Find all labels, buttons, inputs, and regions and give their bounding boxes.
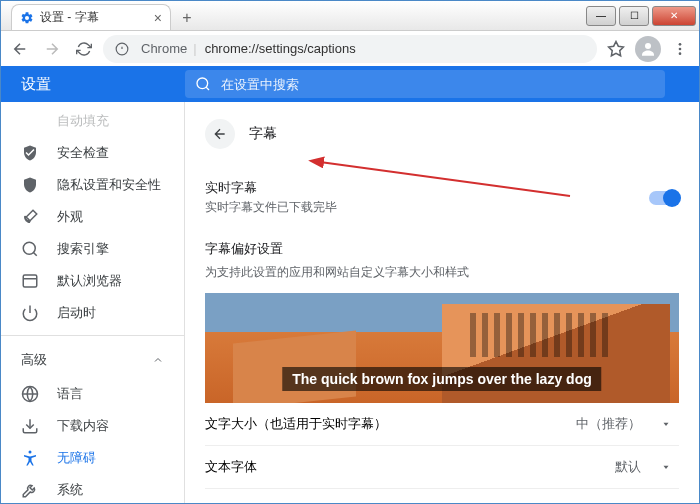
caption-preview: The quick brown fox jumps over the lazy … <box>205 293 679 403</box>
settings-sidebar: 自动填充 安全检查 隐私设置和安全性 外观 搜索引擎 默认浏览器 启动时 高级 … <box>1 67 185 503</box>
svg-point-18 <box>29 451 32 454</box>
live-caption-row: 实时字幕 实时字幕文件已下载完毕 <box>205 169 679 226</box>
sidebar-advanced-toggle[interactable]: 高级 <box>1 342 184 378</box>
setting-label: 文字大小（也适用于实时字幕） <box>205 415 387 433</box>
search-icon <box>195 76 211 92</box>
browser-icon <box>21 272 39 290</box>
new-tab-button[interactable]: + <box>175 6 199 30</box>
select-value: 默认 <box>615 458 641 476</box>
search-icon <box>21 240 39 258</box>
sidebar-item-label: 搜索引擎 <box>57 240 109 258</box>
download-icon <box>21 417 39 435</box>
brush-icon <box>21 208 39 226</box>
chevron-down-icon <box>661 462 671 472</box>
tab-title: 设置 - 字幕 <box>40 9 99 26</box>
sidebar-item-safety-check[interactable]: 安全检查 <box>1 137 184 169</box>
sidebar-item-search-engine[interactable]: 搜索引擎 <box>1 233 184 265</box>
window-minimize-button[interactable]: — <box>586 6 616 26</box>
svg-rect-12 <box>23 275 37 287</box>
setting-text-color-select[interactable]: 默认 <box>615 501 679 503</box>
caption-pref-subtitle: 为支持此设置的应用和网站自定义字幕大小和样式 <box>205 264 679 293</box>
sidebar-item-downloads[interactable]: 下载内容 <box>1 410 184 442</box>
sidebar-item-label: 默认浏览器 <box>57 272 122 290</box>
svg-point-7 <box>679 52 682 55</box>
wrench-icon <box>21 481 39 499</box>
sidebar-item-label: 语言 <box>57 385 83 403</box>
sidebar-item-languages[interactable]: 语言 <box>1 378 184 410</box>
live-caption-subtitle: 实时字幕文件已下载完毕 <box>205 199 337 216</box>
svg-point-8 <box>197 78 208 89</box>
profile-avatar[interactable] <box>635 36 661 62</box>
sidebar-item-label: 安全检查 <box>57 144 109 162</box>
setting-text-size-select[interactable]: 中（推荐） <box>576 415 679 433</box>
settings-search[interactable] <box>185 70 665 98</box>
power-icon <box>21 304 39 322</box>
nav-reload-button[interactable] <box>71 36 97 62</box>
shield-check-icon <box>21 144 39 162</box>
url-path: chrome://settings/captions <box>205 41 356 56</box>
sidebar-item-privacy[interactable]: 隐私设置和安全性 <box>1 169 184 201</box>
page-title: 字幕 <box>249 125 277 143</box>
select-value: 默认 <box>615 501 641 503</box>
svg-point-4 <box>645 43 651 49</box>
sidebar-item-label: 无障碍 <box>57 449 96 467</box>
globe-icon <box>21 385 39 403</box>
svg-point-6 <box>679 47 682 50</box>
chrome-menu-icon[interactable] <box>667 36 693 62</box>
svg-line-9 <box>206 87 209 90</box>
bookmark-star-icon[interactable] <box>603 36 629 62</box>
settings-header: 设置 <box>1 66 699 102</box>
live-caption-toggle[interactable] <box>649 191 679 205</box>
setting-text-size: 文字大小（也适用于实时字幕） 中（推荐） <box>205 403 679 446</box>
nav-back-button[interactable] <box>7 36 33 62</box>
sidebar-item-default-browser[interactable]: 默认浏览器 <box>1 265 184 297</box>
sidebar-item-label: 自动填充 <box>57 112 109 130</box>
sidebar-item-system[interactable]: 系统 <box>1 474 184 503</box>
sidebar-item-accessibility[interactable]: 无障碍 <box>1 442 184 474</box>
browser-tab[interactable]: 设置 - 字幕 × <box>11 4 171 30</box>
caption-pref-title: 字幕偏好设置 <box>205 226 679 264</box>
svg-marker-3 <box>609 41 624 55</box>
setting-text-font-select[interactable]: 默认 <box>615 458 679 476</box>
address-bar: Chrome | chrome://settings/captions <box>1 31 699 67</box>
setting-text-color: 文字颜色 默认 <box>205 489 679 503</box>
svg-line-11 <box>33 252 36 255</box>
arrow-left-icon <box>212 126 228 142</box>
window-close-button[interactable]: ✕ <box>652 6 696 26</box>
select-value: 中（推荐） <box>576 415 641 433</box>
sidebar-item-label: 隐私设置和安全性 <box>57 176 161 194</box>
setting-label: 文字颜色 <box>205 501 257 503</box>
setting-label: 文本字体 <box>205 458 257 476</box>
sidebar-item-label: 系统 <box>57 481 83 499</box>
tab-close-icon[interactable]: × <box>154 10 162 26</box>
settings-search-input[interactable] <box>221 77 655 92</box>
caption-preview-text: The quick brown fox jumps over the lazy … <box>282 367 601 391</box>
setting-text-font: 文本字体 默认 <box>205 446 679 489</box>
window-maximize-button[interactable]: ☐ <box>619 6 649 26</box>
sidebar-section-label: 高级 <box>21 351 47 369</box>
page-back-button[interactable] <box>205 119 235 149</box>
sidebar-item-appearance[interactable]: 外观 <box>1 201 184 233</box>
window-titlebar: 设置 - 字幕 × + — ☐ ✕ <box>1 1 699 31</box>
chevron-down-icon <box>661 419 671 429</box>
sidebar-item-on-startup[interactable]: 启动时 <box>1 297 184 329</box>
shield-icon <box>21 176 39 194</box>
settings-title: 设置 <box>1 75 185 94</box>
url-origin: Chrome <box>141 41 187 56</box>
sidebar-item-label: 启动时 <box>57 304 96 322</box>
sidebar-item-label: 外观 <box>57 208 83 226</box>
nav-forward-button[interactable] <box>39 36 65 62</box>
svg-marker-20 <box>664 466 669 469</box>
svg-marker-19 <box>664 423 669 426</box>
live-caption-title: 实时字幕 <box>205 179 337 197</box>
accessibility-icon <box>21 449 39 467</box>
chevron-up-icon <box>152 354 164 366</box>
svg-point-5 <box>679 43 682 46</box>
svg-point-10 <box>23 242 35 254</box>
sidebar-item-label: 下载内容 <box>57 417 109 435</box>
omnibox[interactable]: Chrome | chrome://settings/captions <box>103 35 597 63</box>
site-info-icon <box>115 42 129 56</box>
settings-favicon <box>20 11 34 25</box>
settings-main-panel: 字幕 实时字幕 实时字幕文件已下载完毕 字幕偏好设置 为支持此设置的应用和网站自… <box>185 67 699 503</box>
sidebar-item-autofill[interactable]: 自动填充 <box>1 105 184 137</box>
